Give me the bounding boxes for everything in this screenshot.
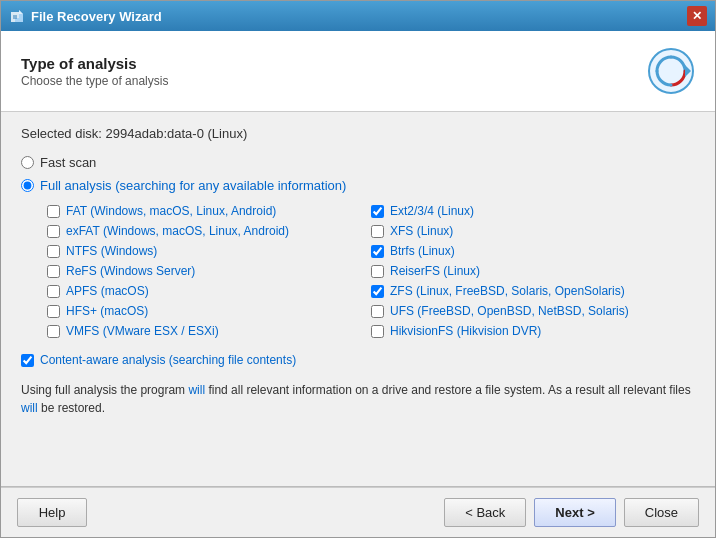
xfs-checkbox-item[interactable]: XFS (Linux) — [371, 221, 695, 241]
help-button[interactable]: Help — [17, 498, 87, 527]
checkboxes-right-col: Ext2/3/4 (Linux) XFS (Linux) Btrfs (Linu… — [371, 201, 695, 341]
content-aware-label[interactable]: Content-aware analysis (searching file c… — [40, 353, 296, 367]
filesystem-checkboxes: FAT (Windows, macOS, Linux, Android) exF… — [47, 201, 695, 341]
checkboxes-left-col: FAT (Windows, macOS, Linux, Android) exF… — [47, 201, 371, 341]
ufs-label[interactable]: UFS (FreeBSD, OpenBSD, NetBSD, Solaris) — [390, 304, 629, 318]
hikvisionfs-checkbox[interactable] — [371, 325, 384, 338]
fast-scan-option[interactable]: Fast scan — [21, 155, 695, 170]
apfs-checkbox-item[interactable]: APFS (macOS) — [47, 281, 371, 301]
window-icon — [9, 8, 25, 24]
back-button[interactable]: < Back — [444, 498, 526, 527]
selected-disk-label: Selected disk: 2994adab:data-0 (Linux) — [21, 126, 695, 141]
fast-scan-label[interactable]: Fast scan — [40, 155, 96, 170]
vmfs-checkbox-item[interactable]: VMFS (VMware ESX / ESXi) — [47, 321, 371, 341]
reiserfs-label[interactable]: ReiserFS (Linux) — [390, 264, 480, 278]
ext234-label[interactable]: Ext2/3/4 (Linux) — [390, 204, 474, 218]
fat-checkbox-item[interactable]: FAT (Windows, macOS, Linux, Android) — [47, 201, 371, 221]
apfs-checkbox[interactable] — [47, 285, 60, 298]
fat-label[interactable]: FAT (Windows, macOS, Linux, Android) — [66, 204, 276, 218]
hikvisionfs-label[interactable]: HikvisionFS (Hikvision DVR) — [390, 324, 541, 338]
footer-right: < Back Next > Close — [444, 498, 699, 527]
exfat-label[interactable]: exFAT (Windows, macOS, Linux, Android) — [66, 224, 289, 238]
vmfs-checkbox[interactable] — [47, 325, 60, 338]
header-section: Type of analysis Choose the type of anal… — [1, 31, 715, 112]
zfs-label[interactable]: ZFS (Linux, FreeBSD, Solaris, OpenSolari… — [390, 284, 625, 298]
btrfs-label[interactable]: Btrfs (Linux) — [390, 244, 455, 258]
title-bar: File Recovery Wizard ✕ — [1, 1, 715, 31]
ntfs-label[interactable]: NTFS (Windows) — [66, 244, 157, 258]
xfs-label[interactable]: XFS (Linux) — [390, 224, 453, 238]
refs-checkbox[interactable] — [47, 265, 60, 278]
info-will-2: will — [21, 401, 38, 415]
apfs-label[interactable]: APFS (macOS) — [66, 284, 149, 298]
xfs-checkbox[interactable] — [371, 225, 384, 238]
content-aware-section: Content-aware analysis (searching file c… — [21, 353, 695, 367]
ntfs-checkbox-item[interactable]: NTFS (Windows) — [47, 241, 371, 261]
ufs-checkbox-item[interactable]: UFS (FreeBSD, OpenBSD, NetBSD, Solaris) — [371, 301, 695, 321]
fast-scan-radio[interactable] — [21, 156, 34, 169]
next-button[interactable]: Next > — [534, 498, 615, 527]
header-text: Type of analysis Choose the type of anal… — [21, 55, 168, 88]
main-content: Selected disk: 2994adab:data-0 (Linux) F… — [1, 112, 715, 486]
header-subtitle: Choose the type of analysis — [21, 74, 168, 88]
header-title: Type of analysis — [21, 55, 168, 72]
zfs-checkbox-item[interactable]: ZFS (Linux, FreeBSD, Solaris, OpenSolari… — [371, 281, 695, 301]
footer-left: Help — [17, 498, 87, 527]
ufs-checkbox[interactable] — [371, 305, 384, 318]
hfsplus-checkbox[interactable] — [47, 305, 60, 318]
vmfs-label[interactable]: VMFS (VMware ESX / ESXi) — [66, 324, 219, 338]
full-analysis-radio[interactable] — [21, 179, 34, 192]
hfsplus-label[interactable]: HFS+ (macOS) — [66, 304, 148, 318]
content-area: Type of analysis Choose the type of anal… — [1, 31, 715, 537]
exfat-checkbox-item[interactable]: exFAT (Windows, macOS, Linux, Android) — [47, 221, 371, 241]
refs-label[interactable]: ReFS (Windows Server) — [66, 264, 195, 278]
reiserfs-checkbox-item[interactable]: ReiserFS (Linux) — [371, 261, 695, 281]
btrfs-checkbox-item[interactable]: Btrfs (Linux) — [371, 241, 695, 261]
hfsplus-checkbox-item[interactable]: HFS+ (macOS) — [47, 301, 371, 321]
content-aware-item[interactable]: Content-aware analysis (searching file c… — [21, 353, 695, 367]
refs-checkbox-item[interactable]: ReFS (Windows Server) — [47, 261, 371, 281]
footer: Help < Back Next > Close — [1, 487, 715, 537]
reiserfs-checkbox[interactable] — [371, 265, 384, 278]
ntfs-checkbox[interactable] — [47, 245, 60, 258]
info-text: Using full analysis the program will fin… — [21, 381, 695, 417]
close-button[interactable]: ✕ — [687, 6, 707, 26]
exfat-checkbox[interactable] — [47, 225, 60, 238]
ext234-checkbox-item[interactable]: Ext2/3/4 (Linux) — [371, 201, 695, 221]
fat-checkbox[interactable] — [47, 205, 60, 218]
ext234-checkbox[interactable] — [371, 205, 384, 218]
zfs-checkbox[interactable] — [371, 285, 384, 298]
main-window: File Recovery Wizard ✕ Type of analysis … — [0, 0, 716, 538]
full-analysis-option[interactable]: Full analysis (searching for any availab… — [21, 178, 695, 193]
wizard-icon — [647, 47, 695, 95]
info-will-1: will — [188, 383, 205, 397]
content-aware-checkbox[interactable] — [21, 354, 34, 367]
btrfs-checkbox[interactable] — [371, 245, 384, 258]
full-analysis-label[interactable]: Full analysis (searching for any availab… — [40, 178, 346, 193]
close-footer-button[interactable]: Close — [624, 498, 699, 527]
window-title: File Recovery Wizard — [31, 9, 687, 24]
hikvisionfs-checkbox-item[interactable]: HikvisionFS (Hikvision DVR) — [371, 321, 695, 341]
